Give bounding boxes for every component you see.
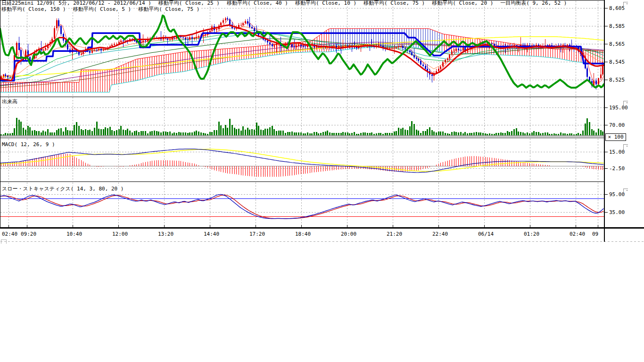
stochastics-series bbox=[0, 194, 604, 219]
time-axis-label: 09:20 bbox=[21, 231, 36, 237]
time-axis-label: 14:40 bbox=[204, 231, 219, 237]
price-axis-label: 8,565 bbox=[609, 41, 625, 47]
price-axis-label: 8,605 bbox=[609, 5, 625, 11]
time-axis-label: 13:20 bbox=[158, 231, 173, 237]
legend-ma75b: 移動平均( Close, 75 ) bbox=[138, 7, 200, 12]
time-axis-label: 09 bbox=[592, 231, 598, 237]
panel-adjust-icon[interactable] bbox=[623, 2, 628, 8]
stoch-axis-label: 95.00 bbox=[609, 191, 625, 197]
price-axis-label: 8,585 bbox=[609, 23, 625, 29]
legend-symbol: 日経225mini 12/09( 5分, 2012/06/12 - 2012/0… bbox=[1, 0, 152, 6]
time-axis-label: 10:40 bbox=[66, 231, 82, 237]
chart-window: 日経225mini 12/09( 5分, 2012/06/12 - 2012/0… bbox=[0, 0, 644, 362]
legend-ma150: 移動平均( Close, 150 ) bbox=[1, 7, 66, 12]
time-axis-label: 20:00 bbox=[341, 231, 356, 237]
time-axis-label: 21:20 bbox=[387, 231, 402, 237]
stoch-panel-label: スロー・ストキャスティクス( 14, 3, 80, 20 ) bbox=[1, 186, 124, 192]
gridlines bbox=[0, 1, 644, 242]
panel-adjust-icon[interactable] bbox=[623, 144, 628, 150]
volume-axis-label: 70.00 bbox=[609, 122, 625, 128]
legend-ma10: 移動平均( Close, 10 ) bbox=[295, 0, 357, 6]
volume-bars bbox=[1, 118, 603, 135]
panel-adjust-icon[interactable] bbox=[623, 101, 628, 107]
chart-legend-line1: 日経225mini 12/09( 5分, 2012/06/12 - 2012/0… bbox=[1, 0, 573, 6]
macd-axis-label: -2.50 bbox=[609, 165, 625, 172]
chart-canvas[interactable] bbox=[0, 0, 644, 245]
panel-adjust-icon[interactable] bbox=[623, 189, 628, 194]
time-axis-label: 22:40 bbox=[432, 231, 448, 237]
volume-panel-label: 出来高 bbox=[1, 99, 18, 105]
scroll-endcap-icon[interactable] bbox=[1, 239, 7, 244]
macd-panel-label: MACD( 12, 26, 9 ) bbox=[1, 141, 56, 148]
price-axis-label: 8,545 bbox=[609, 59, 625, 65]
volume-multiplier-badge: × 100 bbox=[605, 133, 626, 141]
legend-ma75: 移動平均( Close, 75 ) bbox=[363, 0, 425, 6]
time-axis-label: 12:00 bbox=[112, 231, 128, 237]
time-axis-label: 02:40 bbox=[570, 231, 585, 237]
time-axis-label: 02:40 bbox=[2, 231, 17, 237]
time-axis-label: 01:20 bbox=[524, 231, 539, 237]
legend-ma40: 移動平均( Close, 40 ) bbox=[226, 0, 289, 6]
legend-ma20: 移動平均( Close, 20 ) bbox=[431, 0, 494, 6]
stoch-axis-label: 35.00 bbox=[609, 209, 625, 215]
macd-axis-label: 15.00 bbox=[609, 149, 625, 155]
time-axis-label: 06/14 bbox=[478, 231, 494, 237]
legend-ma5: 移動平均( Close, 5 ) bbox=[73, 7, 132, 12]
legend-ichimoku: 一目均衡表( 9, 26, 52 ) bbox=[500, 0, 567, 6]
price-axis-label: 8,525 bbox=[609, 77, 625, 83]
macd-series bbox=[0, 149, 604, 177]
chart-legend-line2: 移動平均( Close, 150 ) 移動平均( Close, 5 ) 移動平均… bbox=[1, 7, 206, 12]
time-axis-label: 18:40 bbox=[295, 231, 311, 237]
legend-ma25: 移動平均( Close, 25 ) bbox=[158, 0, 220, 6]
time-axis-label: 17:20 bbox=[249, 231, 265, 237]
